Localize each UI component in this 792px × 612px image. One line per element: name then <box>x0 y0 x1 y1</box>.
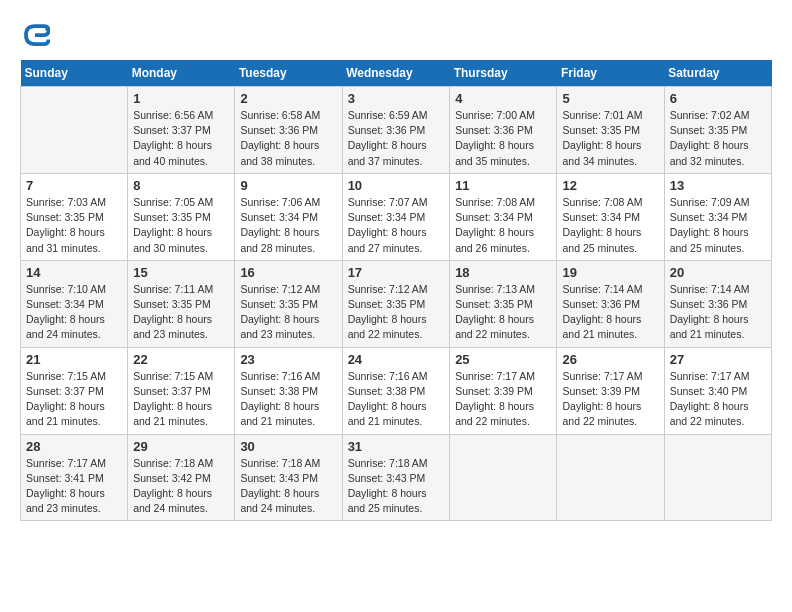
calendar-cell: 27 Sunrise: 7:17 AMSunset: 3:40 PMDaylig… <box>664 347 771 434</box>
day-info: Sunrise: 6:58 AMSunset: 3:36 PMDaylight:… <box>240 109 320 167</box>
weekday-header-sunday: Sunday <box>21 60 128 87</box>
day-number: 17 <box>348 265 445 280</box>
logo <box>20 20 54 50</box>
day-number: 31 <box>348 439 445 454</box>
calendar-cell: 11 Sunrise: 7:08 AMSunset: 3:34 PMDaylig… <box>450 173 557 260</box>
calendar-cell: 30 Sunrise: 7:18 AMSunset: 3:43 PMDaylig… <box>235 434 342 521</box>
calendar-cell: 17 Sunrise: 7:12 AMSunset: 3:35 PMDaylig… <box>342 260 450 347</box>
calendar-cell <box>557 434 664 521</box>
weekday-header-row: SundayMondayTuesdayWednesdayThursdayFrid… <box>21 60 772 87</box>
day-info: Sunrise: 6:59 AMSunset: 3:36 PMDaylight:… <box>348 109 428 167</box>
day-info: Sunrise: 7:17 AMSunset: 3:41 PMDaylight:… <box>26 457 106 515</box>
calendar-cell: 20 Sunrise: 7:14 AMSunset: 3:36 PMDaylig… <box>664 260 771 347</box>
calendar-cell: 9 Sunrise: 7:06 AMSunset: 3:34 PMDayligh… <box>235 173 342 260</box>
day-number: 14 <box>26 265 122 280</box>
calendar-cell: 25 Sunrise: 7:17 AMSunset: 3:39 PMDaylig… <box>450 347 557 434</box>
day-number: 9 <box>240 178 336 193</box>
day-number: 19 <box>562 265 658 280</box>
day-info: Sunrise: 7:05 AMSunset: 3:35 PMDaylight:… <box>133 196 213 254</box>
day-info: Sunrise: 7:18 AMSunset: 3:43 PMDaylight:… <box>348 457 428 515</box>
day-number: 2 <box>240 91 336 106</box>
day-info: Sunrise: 7:01 AMSunset: 3:35 PMDaylight:… <box>562 109 642 167</box>
day-info: Sunrise: 7:12 AMSunset: 3:35 PMDaylight:… <box>348 283 428 341</box>
weekday-header-tuesday: Tuesday <box>235 60 342 87</box>
day-info: Sunrise: 6:56 AMSunset: 3:37 PMDaylight:… <box>133 109 213 167</box>
day-number: 29 <box>133 439 229 454</box>
day-number: 4 <box>455 91 551 106</box>
calendar-cell: 3 Sunrise: 6:59 AMSunset: 3:36 PMDayligh… <box>342 87 450 174</box>
day-info: Sunrise: 7:14 AMSunset: 3:36 PMDaylight:… <box>670 283 750 341</box>
calendar-cell: 18 Sunrise: 7:13 AMSunset: 3:35 PMDaylig… <box>450 260 557 347</box>
calendar-cell: 31 Sunrise: 7:18 AMSunset: 3:43 PMDaylig… <box>342 434 450 521</box>
calendar-cell: 5 Sunrise: 7:01 AMSunset: 3:35 PMDayligh… <box>557 87 664 174</box>
logo-icon <box>20 20 50 50</box>
day-number: 10 <box>348 178 445 193</box>
calendar-cell: 8 Sunrise: 7:05 AMSunset: 3:35 PMDayligh… <box>128 173 235 260</box>
day-number: 15 <box>133 265 229 280</box>
week-row-5: 28 Sunrise: 7:17 AMSunset: 3:41 PMDaylig… <box>21 434 772 521</box>
calendar-cell: 22 Sunrise: 7:15 AMSunset: 3:37 PMDaylig… <box>128 347 235 434</box>
calendar-cell: 13 Sunrise: 7:09 AMSunset: 3:34 PMDaylig… <box>664 173 771 260</box>
weekday-header-monday: Monday <box>128 60 235 87</box>
day-number: 20 <box>670 265 766 280</box>
calendar-cell: 10 Sunrise: 7:07 AMSunset: 3:34 PMDaylig… <box>342 173 450 260</box>
day-info: Sunrise: 7:13 AMSunset: 3:35 PMDaylight:… <box>455 283 535 341</box>
day-number: 21 <box>26 352 122 367</box>
day-info: Sunrise: 7:17 AMSunset: 3:40 PMDaylight:… <box>670 370 750 428</box>
day-info: Sunrise: 7:12 AMSunset: 3:35 PMDaylight:… <box>240 283 320 341</box>
day-number: 30 <box>240 439 336 454</box>
day-number: 5 <box>562 91 658 106</box>
day-number: 12 <box>562 178 658 193</box>
week-row-2: 7 Sunrise: 7:03 AMSunset: 3:35 PMDayligh… <box>21 173 772 260</box>
day-number: 13 <box>670 178 766 193</box>
day-number: 11 <box>455 178 551 193</box>
day-info: Sunrise: 7:16 AMSunset: 3:38 PMDaylight:… <box>240 370 320 428</box>
day-number: 16 <box>240 265 336 280</box>
calendar-cell: 23 Sunrise: 7:16 AMSunset: 3:38 PMDaylig… <box>235 347 342 434</box>
day-info: Sunrise: 7:08 AMSunset: 3:34 PMDaylight:… <box>455 196 535 254</box>
day-info: Sunrise: 7:17 AMSunset: 3:39 PMDaylight:… <box>455 370 535 428</box>
calendar-cell <box>664 434 771 521</box>
calendar-cell: 1 Sunrise: 6:56 AMSunset: 3:37 PMDayligh… <box>128 87 235 174</box>
day-info: Sunrise: 7:10 AMSunset: 3:34 PMDaylight:… <box>26 283 106 341</box>
day-info: Sunrise: 7:18 AMSunset: 3:42 PMDaylight:… <box>133 457 213 515</box>
day-info: Sunrise: 7:07 AMSunset: 3:34 PMDaylight:… <box>348 196 428 254</box>
weekday-header-thursday: Thursday <box>450 60 557 87</box>
day-number: 6 <box>670 91 766 106</box>
week-row-1: 1 Sunrise: 6:56 AMSunset: 3:37 PMDayligh… <box>21 87 772 174</box>
day-info: Sunrise: 7:02 AMSunset: 3:35 PMDaylight:… <box>670 109 750 167</box>
day-info: Sunrise: 7:18 AMSunset: 3:43 PMDaylight:… <box>240 457 320 515</box>
day-number: 1 <box>133 91 229 106</box>
calendar-cell: 26 Sunrise: 7:17 AMSunset: 3:39 PMDaylig… <box>557 347 664 434</box>
day-number: 28 <box>26 439 122 454</box>
calendar-cell <box>450 434 557 521</box>
day-info: Sunrise: 7:00 AMSunset: 3:36 PMDaylight:… <box>455 109 535 167</box>
day-info: Sunrise: 7:09 AMSunset: 3:34 PMDaylight:… <box>670 196 750 254</box>
day-info: Sunrise: 7:03 AMSunset: 3:35 PMDaylight:… <box>26 196 106 254</box>
calendar-cell: 2 Sunrise: 6:58 AMSunset: 3:36 PMDayligh… <box>235 87 342 174</box>
calendar-cell: 4 Sunrise: 7:00 AMSunset: 3:36 PMDayligh… <box>450 87 557 174</box>
calendar-cell: 12 Sunrise: 7:08 AMSunset: 3:34 PMDaylig… <box>557 173 664 260</box>
weekday-header-friday: Friday <box>557 60 664 87</box>
day-number: 3 <box>348 91 445 106</box>
calendar-cell: 6 Sunrise: 7:02 AMSunset: 3:35 PMDayligh… <box>664 87 771 174</box>
day-number: 24 <box>348 352 445 367</box>
calendar-cell <box>21 87 128 174</box>
day-number: 18 <box>455 265 551 280</box>
calendar-cell: 15 Sunrise: 7:11 AMSunset: 3:35 PMDaylig… <box>128 260 235 347</box>
day-info: Sunrise: 7:15 AMSunset: 3:37 PMDaylight:… <box>26 370 106 428</box>
calendar-cell: 7 Sunrise: 7:03 AMSunset: 3:35 PMDayligh… <box>21 173 128 260</box>
calendar-cell: 19 Sunrise: 7:14 AMSunset: 3:36 PMDaylig… <box>557 260 664 347</box>
calendar-cell: 14 Sunrise: 7:10 AMSunset: 3:34 PMDaylig… <box>21 260 128 347</box>
day-number: 8 <box>133 178 229 193</box>
day-number: 26 <box>562 352 658 367</box>
week-row-4: 21 Sunrise: 7:15 AMSunset: 3:37 PMDaylig… <box>21 347 772 434</box>
weekday-header-saturday: Saturday <box>664 60 771 87</box>
calendar-cell: 29 Sunrise: 7:18 AMSunset: 3:42 PMDaylig… <box>128 434 235 521</box>
weekday-header-wednesday: Wednesday <box>342 60 450 87</box>
calendar-cell: 28 Sunrise: 7:17 AMSunset: 3:41 PMDaylig… <box>21 434 128 521</box>
day-info: Sunrise: 7:15 AMSunset: 3:37 PMDaylight:… <box>133 370 213 428</box>
page-header <box>20 20 772 50</box>
day-number: 23 <box>240 352 336 367</box>
calendar-cell: 16 Sunrise: 7:12 AMSunset: 3:35 PMDaylig… <box>235 260 342 347</box>
